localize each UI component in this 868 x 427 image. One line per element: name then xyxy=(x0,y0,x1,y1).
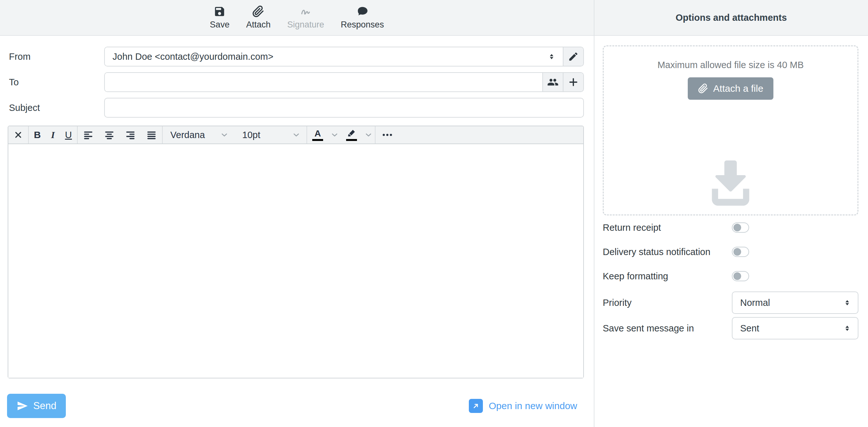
to-label: To xyxy=(8,77,104,88)
close-editor-button[interactable] xyxy=(8,126,28,144)
align-left-button[interactable] xyxy=(78,126,99,144)
highlight-color-button[interactable] xyxy=(341,126,362,144)
keep-formatting-label: Keep formatting xyxy=(603,271,732,281)
highlighter-icon xyxy=(346,129,357,141)
priority-label: Priority xyxy=(603,298,732,308)
align-right-button[interactable] xyxy=(120,126,141,144)
align-center-icon xyxy=(104,129,115,140)
external-link-icon xyxy=(469,399,483,413)
from-value: John Doe <contact@yourdomain.com> xyxy=(113,52,547,62)
save-sent-select[interactable]: Sent xyxy=(732,317,859,339)
more-formatting-button[interactable] xyxy=(375,126,399,144)
attachment-dropzone[interactable]: Maximum allowed file size is 40 MB Attac… xyxy=(603,45,859,215)
editor-toolbar: B I U Verdana xyxy=(8,126,583,144)
font-size-value: 10pt xyxy=(242,130,288,140)
add-contact-button[interactable] xyxy=(542,73,563,91)
forecolor-glyph: A xyxy=(314,129,321,138)
priority-select[interactable]: Normal xyxy=(732,292,859,314)
compose-headers: From John Doe <contact@yourdomain.com> T… xyxy=(0,36,594,118)
message-editor: B I U Verdana xyxy=(8,126,584,378)
options-panel: Options and attachments Maximum allowed … xyxy=(594,0,868,427)
save-label: Save xyxy=(210,20,230,30)
toggle-knob xyxy=(734,248,741,256)
select-arrows-icon xyxy=(547,52,556,61)
from-select[interactable]: John Doe <contact@yourdomain.com> xyxy=(105,47,563,66)
save-icon xyxy=(214,5,226,18)
font-family-select[interactable]: Verdana xyxy=(163,126,235,144)
save-button[interactable]: Save xyxy=(210,5,230,30)
to-row: To xyxy=(8,72,584,92)
send-button[interactable]: Send xyxy=(7,394,66,418)
download-icon xyxy=(704,157,758,208)
chevron-down-icon xyxy=(364,130,373,139)
signature-button[interactable]: Signature xyxy=(287,5,324,30)
contacts-icon xyxy=(547,77,559,88)
save-sent-value: Sent xyxy=(740,323,842,334)
chevron-down-icon xyxy=(292,130,301,139)
attach-button[interactable]: Attach xyxy=(246,5,271,30)
bold-button[interactable]: B xyxy=(29,126,46,144)
forecolor-swatch xyxy=(312,139,323,141)
backcolor-swatch xyxy=(346,139,357,141)
to-group xyxy=(104,72,584,92)
text-color-icon: A xyxy=(312,129,323,141)
delivery-status-toggle[interactable] xyxy=(732,247,749,257)
compose-footer: Send Open in new window xyxy=(0,378,594,427)
compose-toolbar: Save Attach Signature Responses xyxy=(0,0,594,36)
open-in-new-window-label: Open in new window xyxy=(489,400,577,411)
message-body-input[interactable] xyxy=(8,144,583,378)
paper-plane-icon xyxy=(17,400,28,411)
italic-button[interactable]: I xyxy=(46,126,60,144)
font-size-select[interactable]: 10pt xyxy=(235,126,307,144)
return-receipt-label: Return receipt xyxy=(603,222,732,233)
ellipsis-icon xyxy=(381,129,394,140)
underline-button[interactable]: U xyxy=(60,126,77,144)
responses-icon xyxy=(356,5,369,18)
text-color-button[interactable]: A xyxy=(307,126,328,144)
toggle-knob xyxy=(734,224,741,232)
underline-glyph: U xyxy=(65,129,72,140)
compose-window: Save Attach Signature Responses From Joh… xyxy=(0,0,868,427)
option-row-priority: Priority Normal xyxy=(603,292,859,314)
subject-label: Subject xyxy=(8,102,104,113)
option-row-keep-formatting: Keep formatting xyxy=(603,264,859,288)
option-row-save-sent: Save sent message in Sent xyxy=(603,317,859,339)
signature-icon xyxy=(300,5,312,18)
align-center-button[interactable] xyxy=(99,126,120,144)
save-sent-label: Save sent message in xyxy=(603,323,732,334)
from-label: From xyxy=(8,52,104,62)
responses-label: Responses xyxy=(341,20,384,30)
options-panel-title: Options and attachments xyxy=(676,12,787,23)
to-input[interactable] xyxy=(105,73,542,91)
align-justify-button[interactable] xyxy=(141,126,162,144)
align-justify-icon xyxy=(146,129,157,140)
attach-file-button[interactable]: Attach a file xyxy=(688,78,774,100)
text-color-menu-button[interactable] xyxy=(328,126,341,144)
subject-input[interactable] xyxy=(104,98,584,118)
toggle-knob xyxy=(734,272,741,280)
responses-button[interactable]: Responses xyxy=(341,5,384,30)
return-receipt-toggle[interactable] xyxy=(732,222,749,233)
paperclip-icon xyxy=(698,84,708,94)
select-arrows-icon xyxy=(842,324,852,333)
edit-identities-button[interactable] xyxy=(563,47,583,66)
priority-value: Normal xyxy=(740,298,842,308)
subject-row: Subject xyxy=(8,98,584,118)
compose-main: Save Attach Signature Responses From Joh… xyxy=(0,0,594,427)
option-row-return-receipt: Return receipt xyxy=(603,215,859,240)
open-in-new-window-link[interactable]: Open in new window xyxy=(469,399,577,413)
max-file-size-hint: Maximum allowed file size is 40 MB xyxy=(657,60,804,70)
from-group: John Doe <contact@yourdomain.com> xyxy=(104,47,584,66)
keep-formatting-toggle[interactable] xyxy=(732,271,749,281)
delivery-status-label: Delivery status notification xyxy=(603,247,732,257)
add-recipient-button[interactable] xyxy=(563,73,583,91)
from-row: From John Doe <contact@yourdomain.com> xyxy=(8,47,584,66)
signature-label: Signature xyxy=(287,20,324,30)
plus-icon xyxy=(567,77,579,88)
close-icon xyxy=(13,130,23,140)
highlight-color-menu-button[interactable] xyxy=(362,126,375,144)
bold-glyph: B xyxy=(34,129,41,140)
attach-label: Attach xyxy=(246,20,271,30)
select-arrows-icon xyxy=(842,298,852,307)
pencil-icon xyxy=(568,51,579,62)
